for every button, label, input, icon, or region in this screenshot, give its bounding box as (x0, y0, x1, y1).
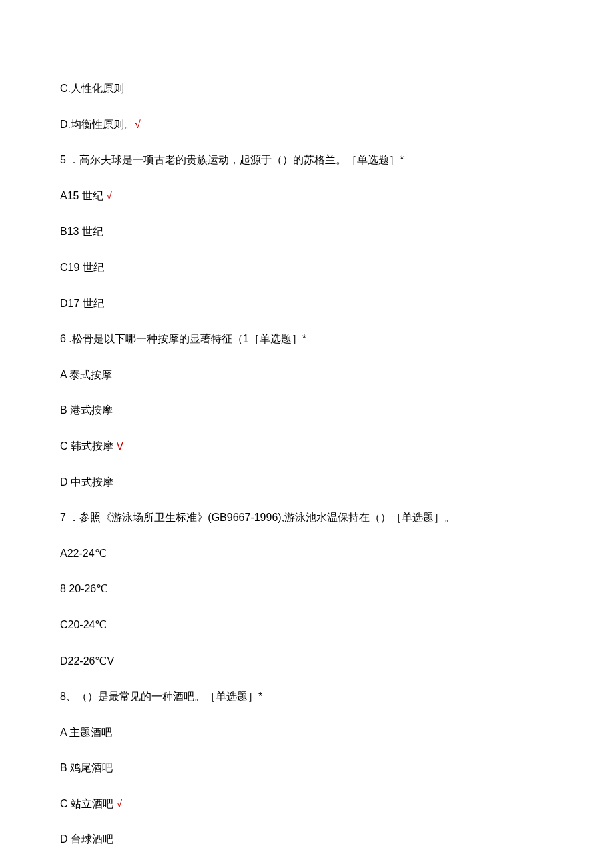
text-line: 8 20-26℃ (60, 580, 554, 598)
line-text: C 站立酒吧 (60, 798, 116, 809)
line-text: A 泰式按摩 (60, 369, 112, 380)
line-text: D 台球酒吧 (60, 833, 113, 845)
text-line: B 鸡尾酒吧 (60, 759, 554, 777)
text-line: B 港式按摩 (60, 402, 554, 419)
text-line: 7 ．参照《游泳场所卫生标准》(GB9667-1996),游泳池水温保持在（）［… (60, 509, 554, 526)
text-line: C.人性化原则 (60, 80, 554, 97)
line-text: A15 世纪 (60, 190, 106, 201)
line-text: B 鸡尾酒吧 (60, 762, 113, 773)
line-text: C19 世纪 (60, 262, 104, 273)
text-line: C19 世纪 (60, 259, 554, 276)
line-text: D.均衡性原则。 (60, 119, 135, 130)
line-text: D17 世纪 (60, 298, 104, 309)
text-line: A22-24℃ (60, 545, 554, 562)
correct-mark-icon: √ (135, 119, 141, 130)
text-line: 8、（）是最常见的一种酒吧。［单选题］* (60, 688, 554, 705)
line-text: C 韩式按摩 (60, 440, 116, 452)
text-line: C 韩式按摩 V (60, 438, 554, 455)
line-text: A22-24℃ (60, 548, 107, 559)
text-line: D.均衡性原则。√ (60, 116, 554, 133)
text-line: 5 ．高尔夫球是一项古老的贵族运动，起源于（）的苏格兰。［单选题］* (60, 151, 554, 169)
text-line: 6 .松骨是以下哪一种按摩的显著特征（1［单选题］* (60, 330, 554, 348)
line-text: 8、（）是最常见的一种酒吧。［单选题］* (60, 691, 262, 702)
line-text: 8 20-26℃ (60, 583, 108, 594)
line-text: 7 ．参照《游泳场所卫生标准》(GB9667-1996),游泳池水温保持在（）［… (60, 512, 455, 523)
correct-mark-icon: √ (116, 798, 122, 809)
correct-mark-icon: √ (106, 190, 112, 201)
text-line: D 台球酒吧 (60, 831, 554, 848)
text-line: D 中式按摩 (60, 474, 554, 491)
text-line: D22-26℃V (60, 653, 554, 670)
text-line: A 主题酒吧 (60, 724, 554, 741)
line-text: C.人性化原则 (60, 83, 124, 94)
line-text: D22-26℃V (60, 655, 114, 667)
line-text: B 港式按摩 (60, 404, 113, 416)
line-text: 6 .松骨是以下哪一种按摩的显著特征（1［单选题］* (60, 333, 306, 344)
text-line: A 泰式按摩 (60, 366, 554, 384)
text-line: C 站立酒吧 √ (60, 795, 554, 813)
correct-mark-icon: V (116, 440, 123, 452)
text-line: B13 世纪 (60, 223, 554, 240)
line-text: A 主题酒吧 (60, 727, 112, 738)
line-text: D 中式按摩 (60, 476, 113, 488)
document-content: C.人性化原则D.均衡性原则。√5 ．高尔夫球是一项古老的贵族运动，起源于（）的… (60, 80, 554, 848)
line-text: C20-24℃ (60, 619, 107, 630)
text-line: D17 世纪 (60, 295, 554, 312)
line-text: 5 ．高尔夫球是一项古老的贵族运动，起源于（）的苏格兰。［单选题］* (60, 154, 404, 165)
line-text: B13 世纪 (60, 226, 103, 237)
text-line: A15 世纪 √ (60, 187, 554, 205)
text-line: C20-24℃ (60, 616, 554, 634)
